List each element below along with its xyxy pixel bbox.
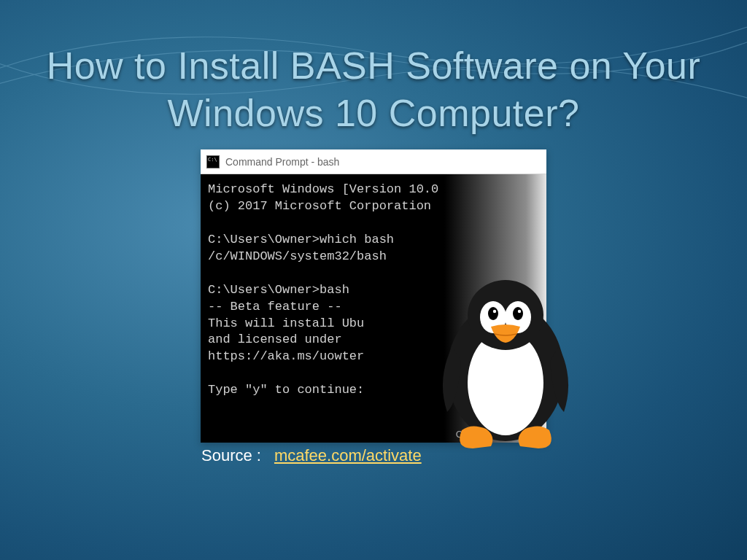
source-line: Source : mcafee.com/activate [201, 446, 422, 465]
source-label: Source : [201, 446, 261, 465]
window-titlebar: Command Prompt - bash [201, 149, 546, 174]
window-title: Command Prompt - bash [225, 156, 339, 168]
svg-point-8 [518, 310, 521, 313]
slide-title: How to Install BASH Software on Your Win… [0, 42, 747, 137]
cmd-icon [206, 155, 220, 168]
source-link[interactable]: mcafee.com/activate [274, 446, 422, 465]
svg-point-7 [493, 310, 496, 313]
svg-point-5 [488, 307, 498, 320]
svg-point-6 [513, 307, 523, 320]
tux-penguin-icon [429, 277, 582, 452]
